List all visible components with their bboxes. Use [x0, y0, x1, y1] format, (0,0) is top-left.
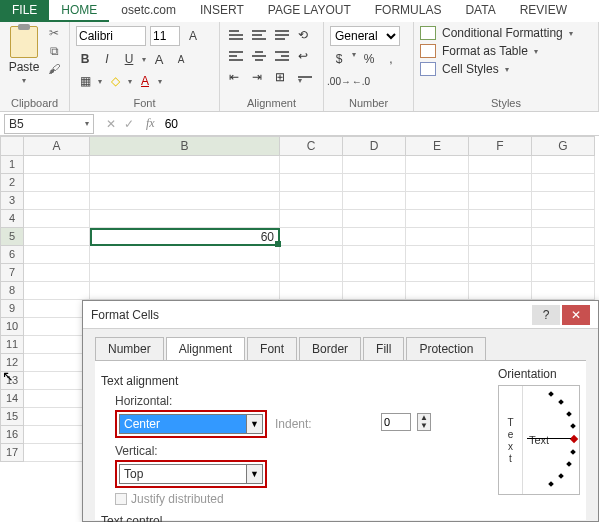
tab-insert[interactable]: INSERT	[188, 0, 256, 22]
cell[interactable]	[24, 444, 90, 462]
row-header[interactable]: 3	[0, 192, 24, 210]
cell[interactable]	[24, 174, 90, 192]
cell[interactable]	[532, 228, 595, 246]
col-header-d[interactable]: D	[343, 136, 406, 156]
tab-home[interactable]: HOME	[49, 0, 109, 22]
tab-file[interactable]: FILE	[0, 0, 49, 22]
cell[interactable]	[280, 228, 343, 246]
row-header[interactable]: 7	[0, 264, 24, 282]
row-header[interactable]: 8	[0, 282, 24, 300]
cell[interactable]	[24, 300, 90, 318]
cell[interactable]	[280, 156, 343, 174]
align-right-button[interactable]	[272, 47, 292, 65]
cell[interactable]	[24, 264, 90, 282]
increase-indent-button[interactable]: ⇥	[249, 68, 269, 86]
cell[interactable]	[280, 210, 343, 228]
close-button[interactable]: ✕	[562, 305, 590, 325]
tab-osetc[interactable]: osetc.com	[109, 0, 188, 22]
cell[interactable]	[532, 174, 595, 192]
cell[interactable]	[469, 228, 532, 246]
cell[interactable]	[532, 282, 595, 300]
col-header-g[interactable]: G	[532, 136, 595, 156]
col-header-c[interactable]: C	[280, 136, 343, 156]
indent-input[interactable]	[381, 413, 411, 431]
row-header[interactable]: 9	[0, 300, 24, 318]
cell[interactable]	[469, 210, 532, 228]
dialog-tab-number[interactable]: Number	[95, 337, 164, 360]
col-header-f[interactable]: F	[469, 136, 532, 156]
italic-button[interactable]: I	[98, 50, 116, 68]
cell[interactable]	[406, 264, 469, 282]
cell[interactable]	[24, 192, 90, 210]
formula-input[interactable]	[161, 114, 599, 134]
dialog-tab-protection[interactable]: Protection	[406, 337, 486, 360]
grow-font-icon[interactable]: A	[184, 27, 202, 45]
dialog-tab-font[interactable]: Font	[247, 337, 297, 360]
cell[interactable]	[406, 156, 469, 174]
cell[interactable]	[406, 174, 469, 192]
name-box[interactable]: B5▾	[4, 114, 94, 134]
format-painter-icon[interactable]: 🖌	[46, 62, 62, 76]
cell[interactable]	[343, 156, 406, 174]
cell[interactable]	[24, 228, 90, 246]
align-bottom-button[interactable]	[272, 26, 292, 44]
cell[interactable]	[280, 282, 343, 300]
percent-button[interactable]: %	[360, 50, 378, 68]
increase-decimal-button[interactable]: .00→	[330, 72, 348, 90]
chevron-down-icon[interactable]: ▼	[246, 465, 262, 483]
fill-color-button[interactable]: ◇	[106, 72, 124, 90]
dialog-tab-fill[interactable]: Fill	[363, 337, 404, 360]
cell[interactable]	[24, 354, 90, 372]
indent-spinner[interactable]: ▲▼	[417, 413, 431, 431]
row-header[interactable]: 14	[0, 390, 24, 408]
cell[interactable]	[24, 372, 90, 390]
cell[interactable]	[24, 390, 90, 408]
row-header[interactable]: 1	[0, 156, 24, 174]
format-as-table-button[interactable]: Format as Table▾	[420, 44, 592, 58]
cell[interactable]	[469, 264, 532, 282]
orientation-control[interactable]: T e x t Text	[498, 385, 580, 495]
cell[interactable]	[24, 318, 90, 336]
row-header[interactable]: 11	[0, 336, 24, 354]
orientation-button[interactable]: ⟲	[295, 26, 315, 44]
cell[interactable]	[532, 264, 595, 282]
cell[interactable]	[406, 282, 469, 300]
row-header[interactable]: 5	[0, 228, 24, 246]
border-button[interactable]: ▦	[76, 72, 94, 90]
cell[interactable]	[343, 282, 406, 300]
col-header-e[interactable]: E	[406, 136, 469, 156]
vertical-combo[interactable]: Top ▼	[119, 464, 263, 484]
cell[interactable]	[24, 282, 90, 300]
cell[interactable]	[90, 174, 280, 192]
row-header[interactable]: 6	[0, 246, 24, 264]
comma-button[interactable]: ,	[382, 50, 400, 68]
cancel-icon[interactable]: ✕	[106, 117, 116, 131]
cell-styles-button[interactable]: Cell Styles▾	[420, 62, 592, 76]
cell[interactable]	[469, 282, 532, 300]
tab-formulas[interactable]: FORMULAS	[363, 0, 454, 22]
cell[interactable]	[406, 246, 469, 264]
cell[interactable]	[280, 192, 343, 210]
cell[interactable]	[90, 246, 280, 264]
cell[interactable]	[469, 156, 532, 174]
cell[interactable]	[469, 246, 532, 264]
cell[interactable]	[532, 210, 595, 228]
merge-button[interactable]: ⊞	[272, 68, 292, 86]
bold-button[interactable]: B	[76, 50, 94, 68]
dialog-tab-alignment[interactable]: Alignment	[166, 337, 245, 360]
dialog-tab-border[interactable]: Border	[299, 337, 361, 360]
horizontal-combo[interactable]: Center ▼	[119, 414, 263, 434]
cell[interactable]	[406, 210, 469, 228]
cell[interactable]	[343, 246, 406, 264]
cell[interactable]	[24, 246, 90, 264]
grow-font-icon[interactable]: A	[150, 50, 168, 68]
row-header[interactable]: 15	[0, 408, 24, 426]
cell[interactable]	[532, 192, 595, 210]
enter-icon[interactable]: ✓	[124, 117, 134, 131]
tab-pagelayout[interactable]: PAGE LAYOUT	[256, 0, 363, 22]
select-all-corner[interactable]	[0, 136, 24, 156]
cell[interactable]	[24, 408, 90, 426]
cell[interactable]	[406, 192, 469, 210]
cell[interactable]	[24, 336, 90, 354]
cell[interactable]	[343, 192, 406, 210]
